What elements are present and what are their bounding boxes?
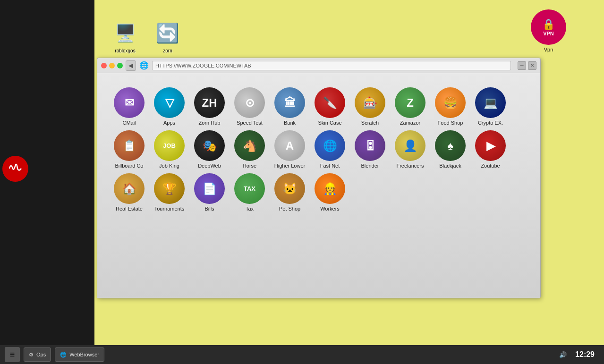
- app-item-tax[interactable]: TAXTax: [232, 173, 267, 212]
- taskbar-clock: 12:29: [575, 350, 595, 359]
- desktop-icon-computer[interactable]: 🖥️ robloxgos: [109, 19, 142, 53]
- close-win-button[interactable]: ✕: [528, 61, 536, 70]
- app-item-higherlower[interactable]: AHigher Lower: [272, 130, 307, 169]
- vpn-icon[interactable]: 🔒 VPN Vpn: [531, 9, 566, 52]
- app-label-apps: Apps: [163, 120, 175, 126]
- app-item-workers[interactable]: 👷Workers: [312, 173, 348, 212]
- url-bar[interactable]: HTTPS://WWW.ZOOGLE.COM/NEWTAB: [152, 61, 511, 70]
- app-item-zoutube[interactable]: ▶Zoutube: [473, 130, 508, 169]
- window-controls: ─ ✕: [518, 61, 536, 70]
- app-circle-blender: 🎛: [355, 130, 385, 161]
- app-label-skincase: Skin Case: [318, 120, 341, 126]
- browser-titlebar: ◀ 🌐 HTTPS://WWW.ZOOGLE.COM/NEWTAB ─ ✕: [97, 58, 540, 73]
- computer-icon: 🖥️: [111, 19, 139, 47]
- app-circle-fastnet: 🌐: [315, 130, 345, 161]
- taskbar: ≡ ⚙ Ops 🌐 WebBrowser 🔊 12:29: [0, 345, 604, 364]
- app-circle-blackjack: ♠: [435, 130, 466, 161]
- app-item-bank[interactable]: 🏛Bank: [272, 87, 307, 126]
- vpn-text: VPN: [543, 31, 554, 36]
- app-circle-foodshop: 🍔: [435, 87, 466, 118]
- app-label-bills: Bills: [204, 206, 214, 212]
- minimize-win-button[interactable]: ─: [518, 61, 526, 70]
- app-circle-skincase: 🔪: [315, 87, 345, 118]
- app-label-deebweb: DeebWeb: [198, 163, 221, 169]
- ops-label: Ops: [36, 352, 46, 357]
- app-circle-bank: 🏛: [274, 87, 305, 118]
- heart-monitor-widget: [2, 156, 28, 182]
- app-item-blender[interactable]: 🎛Blender: [352, 130, 388, 169]
- app-item-horse[interactable]: 🐴Horse: [232, 130, 267, 169]
- app-label-cmail: CMail: [122, 120, 136, 126]
- app-item-zamazor[interactable]: ZZamazor: [392, 87, 428, 126]
- url-text: HTTPS://WWW.ZOOGLE.COM/NEWTAB: [155, 63, 251, 68]
- app-item-apps[interactable]: ▽Apps: [152, 87, 187, 126]
- app-item-jobking[interactable]: JOBJob King: [152, 130, 187, 169]
- app-circle-tournaments: 🏆: [154, 173, 185, 204]
- taskbar-volume: 🔊: [559, 351, 567, 358]
- app-label-zoutube: Zoutube: [481, 163, 500, 169]
- app-item-realestate[interactable]: 🏠Real Estate: [111, 173, 147, 212]
- vpn-label: Vpn: [544, 47, 553, 52]
- app-label-freelancers: Freelancers: [396, 163, 424, 169]
- app-circle-tax: TAX: [234, 173, 265, 204]
- app-label-tax: Tax: [246, 206, 254, 212]
- app-label-zornhub: Zorn Hub: [199, 120, 221, 126]
- app-item-skincase[interactable]: 🔪Skin Case: [312, 87, 348, 126]
- app-item-tournaments[interactable]: 🏆Tournaments: [152, 173, 187, 212]
- desktop-icon-refresh[interactable]: 🔄 zorn: [151, 19, 184, 53]
- app-label-zamazor: Zamazor: [400, 120, 420, 126]
- close-button[interactable]: [101, 63, 107, 68]
- app-circle-workers: 👷: [315, 173, 345, 204]
- app-label-petshop: Pet Shop: [279, 206, 300, 212]
- maximize-button[interactable]: [117, 63, 123, 68]
- app-label-fastnet: Fast Net: [320, 163, 340, 169]
- app-circle-cmail: ✉: [114, 87, 145, 118]
- app-item-bills[interactable]: 📄Bills: [192, 173, 227, 212]
- traffic-lights: [101, 63, 123, 68]
- app-circle-crypto: 💻: [475, 87, 506, 118]
- app-circle-jobking: JOB: [154, 130, 185, 161]
- app-item-billboard[interactable]: 📋Billboard Co: [111, 130, 147, 169]
- app-circle-billboard: 📋: [114, 130, 145, 161]
- refresh-icon-label: zorn: [163, 48, 172, 53]
- app-circle-higherlower: A: [274, 130, 305, 161]
- taskbar-item-webbrowser[interactable]: 🌐 WebBrowser: [55, 347, 104, 362]
- app-item-crypto[interactable]: 💻Crypto EX.: [473, 87, 508, 126]
- apps-grid: ✉CMail▽AppsZHZorn Hub⊙Speed Test🏛Bank🔪Sk…: [107, 83, 531, 216]
- app-label-speedtest: Speed Test: [237, 120, 263, 126]
- app-item-zornhub[interactable]: ZHZorn Hub: [192, 87, 227, 126]
- app-item-petshop[interactable]: 🐱Pet Shop: [272, 173, 307, 212]
- app-label-tournaments: Tournaments: [154, 206, 185, 212]
- app-label-jobking: Job King: [159, 163, 179, 169]
- app-circle-horse: 🐴: [234, 130, 265, 161]
- app-label-scratch: Scratch: [361, 120, 379, 126]
- app-label-higherlower: Higher Lower: [274, 163, 305, 169]
- app-circle-apps: ▽: [154, 87, 185, 118]
- vpn-circle: 🔒 VPN: [531, 9, 566, 45]
- app-label-workers: Workers: [320, 206, 340, 212]
- start-button[interactable]: ≡: [5, 347, 20, 362]
- app-item-scratch[interactable]: 🎰Scratch: [352, 87, 388, 126]
- app-item-fastnet[interactable]: 🌐Fast Net: [312, 130, 348, 169]
- webbrowser-label: WebBrowser: [69, 352, 99, 357]
- minimize-button[interactable]: [109, 63, 115, 68]
- app-circle-scratch: 🎰: [355, 87, 385, 118]
- app-circle-bills: 📄: [194, 173, 225, 204]
- back-button[interactable]: ◀: [126, 60, 136, 71]
- app-item-speedtest[interactable]: ⊙Speed Test: [232, 87, 267, 126]
- app-item-foodshop[interactable]: 🍔Food Shop: [433, 87, 468, 126]
- app-item-cmail[interactable]: ✉CMail: [111, 87, 147, 126]
- app-label-billboard: Billboard Co: [115, 163, 144, 169]
- app-label-crypto: Crypto EX.: [478, 120, 503, 126]
- refresh-icon: 🔄: [153, 19, 182, 47]
- desktop: 🖥️ robloxgos 🔄 zorn 🔒 VPN Vpn ◀ 🌐 HTTPS:: [0, 0, 604, 364]
- taskbar-item-ops[interactable]: ⚙ Ops: [24, 347, 51, 362]
- start-icon: ≡: [10, 350, 15, 360]
- app-label-foodshop: Food Shop: [438, 120, 463, 126]
- app-item-freelancers[interactable]: 👤Freelancers: [392, 130, 428, 169]
- computer-icon-label: robloxgos: [115, 48, 135, 53]
- app-item-deebweb[interactable]: 🎭DeebWeb: [192, 130, 227, 169]
- app-item-blackjack[interactable]: ♠Blackjack: [433, 130, 468, 169]
- webbrowser-icon: 🌐: [60, 352, 67, 358]
- app-circle-petshop: 🐱: [274, 173, 305, 204]
